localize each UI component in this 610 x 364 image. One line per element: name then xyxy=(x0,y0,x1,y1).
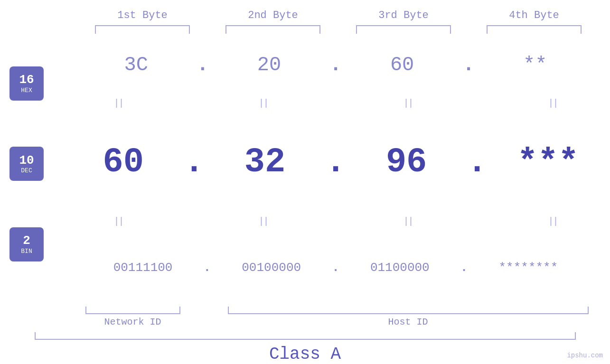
equals-sign-2-1: || xyxy=(113,216,123,227)
bottom-bracket-container xyxy=(53,307,610,314)
main-container: 1st Byte 2nd Byte 3rd Byte 4th Byte 16 H… xyxy=(0,0,610,364)
host-id-label-container: Host ID xyxy=(212,317,604,327)
hex-badge: 16 HEX xyxy=(9,66,44,101)
hex-value-4: ** xyxy=(523,54,547,76)
bin-badge-label: BIN xyxy=(21,248,32,255)
dec-value-1: 60 xyxy=(103,143,143,182)
dec-cell-1: 60 xyxy=(58,143,188,182)
equals-cell-2-2: || xyxy=(198,216,328,227)
top-bracket-1 xyxy=(77,25,208,34)
equals-sign-2-4: || xyxy=(548,216,557,227)
bin-cell-3: 01100000 xyxy=(335,261,465,275)
big-bottom-bracket xyxy=(35,332,576,340)
bin-cell-1: 00111100 xyxy=(78,261,208,275)
top-brackets-row xyxy=(0,25,610,34)
values-area: 3C . 20 . 60 . ** xyxy=(53,34,610,332)
hex-values-row: 3C . 20 . 60 . ** xyxy=(53,34,610,96)
dec-value-2: 32 xyxy=(244,143,285,182)
dec-cell-3: 96 xyxy=(341,143,472,182)
dec-cell-4: *** xyxy=(483,143,610,182)
network-id-label-container: Network ID xyxy=(67,317,198,327)
equals-cell-2-1: || xyxy=(53,216,184,227)
top-bracket-2 xyxy=(208,25,338,34)
bin-badge: 2 BIN xyxy=(9,227,44,261)
bin-value-1: 00111100 xyxy=(113,261,173,275)
main-content-area: 16 HEX 10 DEC 2 BIN 3C . xyxy=(0,34,610,332)
bin-row-inner: 00111100 . 00100000 . 01100000 . *******… xyxy=(53,261,610,275)
top-bracket-line-4 xyxy=(487,25,582,34)
byte-header-3: 3rd Byte xyxy=(338,9,469,21)
top-bracket-line-1 xyxy=(95,25,190,34)
equals-cell-1-1: || xyxy=(53,98,184,109)
bin-values-row: 00111100 . 00100000 . 01100000 . *******… xyxy=(53,229,610,307)
byte-header-1: 1st Byte xyxy=(77,9,208,21)
equals-cell-2-3: || xyxy=(343,216,473,227)
dec-values-row: 60 . 32 . 96 . *** xyxy=(53,110,610,214)
bin-value-3: 01100000 xyxy=(370,261,430,275)
bin-value-2: 00100000 xyxy=(242,261,301,275)
byte-headers-row: 1st Byte 2nd Byte 3rd Byte 4th Byte xyxy=(0,9,610,21)
dec-badge: 10 DEC xyxy=(9,147,44,181)
network-bracket-col xyxy=(67,307,198,314)
hex-cell-4: ** xyxy=(470,54,601,76)
dec-badge-number: 10 xyxy=(19,154,34,168)
equals-cell-1-2: || xyxy=(198,98,328,109)
top-bracket-3 xyxy=(338,25,469,34)
equals-cell-2-4: || xyxy=(488,216,610,227)
class-label: Class A xyxy=(269,345,341,364)
dec-value-3: 96 xyxy=(386,143,427,182)
top-bracket-line-3 xyxy=(356,25,451,34)
bin-cell-4: ******** xyxy=(463,261,593,275)
badges-column: 16 HEX 10 DEC 2 BIN xyxy=(0,34,53,332)
hex-value-3: 60 xyxy=(390,54,414,76)
hex-cell-1: 3C xyxy=(71,54,201,76)
hex-badge-label: HEX xyxy=(21,87,32,94)
byte-header-2: 2nd Byte xyxy=(208,9,338,21)
equals-sign-2-3: || xyxy=(403,216,413,227)
hex-row-inner: 3C . 20 . 60 . ** xyxy=(53,54,610,76)
top-bracket-4 xyxy=(469,25,600,34)
equals-row-1: || || || || xyxy=(53,96,610,110)
bin-cell-2: 00100000 xyxy=(206,261,337,275)
top-bracket-line-2 xyxy=(225,25,320,34)
host-bracket-col xyxy=(212,307,604,314)
equals-cell-1-3: || xyxy=(343,98,473,109)
equals-cell-1-4: || xyxy=(488,98,610,109)
equals-row-2: || || || || xyxy=(53,215,610,229)
bin-badge-number: 2 xyxy=(23,234,30,248)
network-bracket-line xyxy=(85,307,180,314)
bottom-brackets-area: Network ID Host ID xyxy=(53,307,610,332)
byte-header-4: 4th Byte xyxy=(469,9,600,21)
equals-sign-1-1: || xyxy=(113,98,123,109)
hex-cell-2: 20 xyxy=(204,54,334,76)
dec-cell-2: 32 xyxy=(199,143,330,182)
equals-sign-1-3: || xyxy=(403,98,413,109)
bottom-labels-row: Network ID Host ID xyxy=(53,317,610,327)
hex-badge-number: 16 xyxy=(19,73,34,87)
equals-sign-1-4: || xyxy=(548,98,557,109)
hex-cell-3: 60 xyxy=(337,54,468,76)
equals-sign-1-2: || xyxy=(258,98,268,109)
network-id-label: Network ID xyxy=(104,317,161,327)
dec-badge-label: DEC xyxy=(21,167,32,174)
dec-row-inner: 60 . 32 . 96 . *** xyxy=(53,143,610,182)
bin-value-4: ******** xyxy=(498,261,558,275)
watermark: ipshu.com xyxy=(567,352,603,359)
equals-sign-2-2: || xyxy=(258,216,268,227)
hex-value-1: 3C xyxy=(124,54,148,76)
hex-value-2: 20 xyxy=(257,54,281,76)
host-bracket-line xyxy=(228,307,589,314)
host-id-label: Host ID xyxy=(388,317,428,327)
dec-value-4: *** xyxy=(517,143,579,182)
